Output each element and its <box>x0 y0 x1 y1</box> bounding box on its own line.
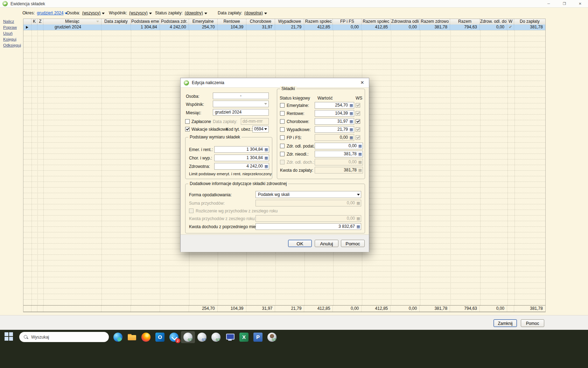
filter-data-zaplaty[interactable]: Data zapłaty: (dowolna) <box>218 9 267 16</box>
taskbar-app-gt-green[interactable] <box>209 331 223 343</box>
ws-checkbox[interactable] <box>356 119 360 124</box>
filter-value[interactable]: (wszyscy) <box>82 11 101 15</box>
column-header[interactable]: Podstawa eme <box>131 19 160 25</box>
status-checkbox[interactable] <box>280 152 285 156</box>
column-header[interactable]: Miesiąc <box>43 19 102 25</box>
rentowe-field[interactable]: 104,39▦ <box>315 110 354 117</box>
filter-status-zaplaty[interactable]: Status zapłaty: (dowolny) <box>155 9 207 16</box>
forma-select[interactable]: Podatek wg skali <box>255 191 361 198</box>
row-cell[interactable]: 254,70 <box>189 25 218 30</box>
chevron-down-icon[interactable] <box>264 13 267 14</box>
column-header[interactable]: Emerytalne <box>189 19 218 25</box>
row-cell[interactable]: 381,78 <box>420 25 450 30</box>
chevron-down-icon[interactable] <box>357 194 360 196</box>
calculator-icon[interactable]: ▦ <box>350 127 353 132</box>
chevron-down-icon[interactable] <box>149 13 152 14</box>
column-header[interactable]: Z <box>37 19 43 25</box>
kwota-dochodu-field[interactable]: 3 832,67▦ <box>255 223 361 230</box>
calculator-icon[interactable]: ▦ <box>350 103 353 108</box>
column-header[interactable]: K <box>31 19 37 25</box>
row-cell[interactable] <box>102 25 131 30</box>
row-cell[interactable]: 31,97 <box>246 25 275 30</box>
row-cell[interactable]: 4 242,00 <box>160 25 189 30</box>
column-header[interactable]: W <box>507 19 514 25</box>
cancel-button[interactable]: Anuluj <box>315 240 338 247</box>
taskbar-app-computer[interactable] <box>223 331 237 343</box>
row-cell[interactable]: 0,00 <box>480 25 507 30</box>
status-checkbox[interactable] <box>280 144 285 148</box>
column-header[interactable]: Razem społec <box>304 19 333 25</box>
sidebar-item-usun[interactable]: Usuń <box>3 31 13 35</box>
dialog-help-button[interactable]: Pomoc <box>341 240 365 247</box>
column-header[interactable]: Razem społec <box>362 19 391 25</box>
table-row-selected[interactable]: grudzień 20241 304,844 242,00254,70104,3… <box>23 25 545 30</box>
osoba-field[interactable]: - <box>213 93 269 99</box>
sidebar-item-popraw[interactable]: Popraw <box>3 25 17 29</box>
row-cell[interactable] <box>23 25 31 30</box>
filter-value[interactable]: grudzień 2024 <box>37 11 63 15</box>
row-cell[interactable] <box>31 25 37 30</box>
filter-value[interactable]: (wszyscy) <box>129 11 148 15</box>
sidebar-item-ksieguj[interactable]: Księguj <box>3 37 16 41</box>
close-window-button[interactable]: Zamknij <box>493 319 517 327</box>
taskbar-app-gt-blue[interactable] <box>195 331 209 343</box>
column-header[interactable]: Razem zdrowo <box>420 19 450 25</box>
taskbar-app-gt-person[interactable] <box>265 331 279 343</box>
sidebar-item-nalicz[interactable]: Nalicz <box>3 19 14 23</box>
taskbar-app-gt-active[interactable] <box>181 331 195 343</box>
column-header[interactable]: FP i FS <box>333 19 362 25</box>
taskbar-search[interactable]: Wyszukaj <box>19 332 109 342</box>
status-checkbox[interactable] <box>280 103 285 108</box>
column-header[interactable]: Rentowe <box>218 19 246 25</box>
row-cell[interactable]: 104,39 <box>218 25 246 30</box>
column-header[interactable]: Podstawa zdr. <box>160 19 189 25</box>
row-cell[interactable]: 412,85 <box>362 25 391 30</box>
column-header[interactable]: Chorobowe <box>246 19 275 25</box>
taskbar-app-outlook[interactable] <box>153 331 167 343</box>
minimize-icon[interactable]: ─ <box>541 0 556 7</box>
column-header[interactable]: Do zapłaty <box>514 19 545 25</box>
start-button-icon[interactable] <box>5 332 14 341</box>
chevron-down-icon[interactable] <box>204 13 207 14</box>
zdr-odl-podat-field[interactable]: 0,00▦ <box>315 143 363 149</box>
taskbar-app-firefox[interactable] <box>139 331 153 343</box>
column-header[interactable] <box>23 19 31 25</box>
taskbar-app-thunderbird[interactable]: 2 <box>167 331 181 343</box>
zdr-nieodl-field[interactable]: 381,78▦ <box>315 151 363 157</box>
row-cell[interactable]: 412,85 <box>304 25 333 30</box>
help-button[interactable]: Pomoc <box>521 319 544 327</box>
calculator-icon[interactable]: ▦ <box>358 151 362 157</box>
taskbar-app-platnik[interactable] <box>251 331 265 343</box>
taskbar-app-explorer[interactable] <box>125 331 139 343</box>
status-checkbox[interactable] <box>280 119 285 124</box>
calculator-icon[interactable]: ▦ <box>350 119 353 124</box>
column-header[interactable]: Razem <box>450 19 480 25</box>
emerytalne-field[interactable]: 254,70▦ <box>315 102 354 109</box>
calculator-icon[interactable]: ▦ <box>350 111 353 116</box>
wypadkowe-field[interactable]: 21,79▦ <box>315 126 354 133</box>
status-checkbox[interactable] <box>280 111 285 116</box>
row-cell[interactable]: 1 304,84 <box>131 25 160 30</box>
filter-osoba[interactable]: Osoba: (wszyscy) <box>66 9 105 16</box>
row-cell[interactable]: ✔ <box>507 25 514 30</box>
maximize-icon[interactable]: ❐ <box>556 0 572 7</box>
row-cell[interactable]: 0,00 <box>333 25 362 30</box>
sidebar-item-odksieguj[interactable]: Odksięguj <box>3 43 21 47</box>
filter-value[interactable]: (dowolna) <box>244 11 263 15</box>
taskbar-app-excel[interactable] <box>237 331 251 343</box>
filter-wspolnik[interactable]: Wspólnik: (wszyscy) <box>109 9 152 16</box>
dialog-close-icon[interactable]: ✕ <box>359 80 365 86</box>
status-checkbox[interactable] <box>280 135 285 140</box>
column-header[interactable]: Data zapłaty <box>102 19 131 25</box>
row-cell[interactable] <box>37 25 43 30</box>
row-cell[interactable]: 381,78 <box>514 25 545 30</box>
filter-value[interactable]: (dowolny) <box>185 11 203 15</box>
status-checkbox[interactable] <box>280 127 285 132</box>
chorobowe-field[interactable]: 31,97▦ <box>315 118 354 125</box>
row-cell[interactable]: 21,79 <box>275 25 304 30</box>
column-header[interactable]: Wypadkowe <box>275 19 304 25</box>
row-cell[interactable]: grudzień 2024 <box>43 25 102 30</box>
close-icon[interactable]: ✕ <box>572 0 588 7</box>
column-header[interactable]: Zdrowotna odli <box>391 19 420 25</box>
row-cell[interactable]: 0,00 <box>391 25 420 30</box>
